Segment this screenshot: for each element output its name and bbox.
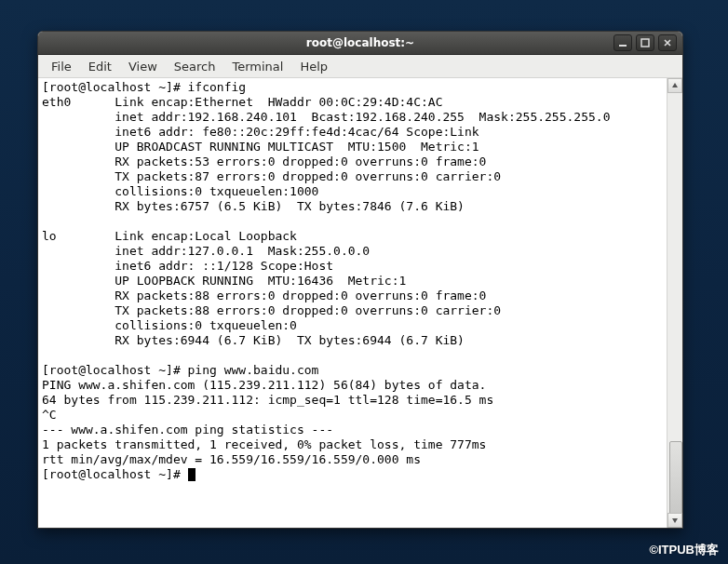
- menubar: File Edit View Search Terminal Help: [38, 55, 682, 78]
- scroll-down-button[interactable]: [667, 513, 682, 528]
- watermark: ©ITPUB博客: [649, 542, 719, 558]
- menu-edit[interactable]: Edit: [81, 58, 119, 75]
- cursor: [188, 468, 195, 481]
- window-controls: [613, 34, 682, 51]
- maximize-button[interactable]: [636, 34, 654, 51]
- svg-rect-0: [619, 45, 627, 47]
- svg-rect-1: [641, 39, 649, 47]
- menu-terminal[interactable]: Terminal: [224, 58, 290, 75]
- close-button[interactable]: [658, 34, 677, 51]
- minimize-button[interactable]: [613, 34, 632, 51]
- menu-view[interactable]: View: [121, 58, 165, 75]
- scrollbar[interactable]: [667, 78, 682, 528]
- terminal-output[interactable]: [root@localhost ~]# ifconfig eth0 Link e…: [38, 78, 667, 528]
- terminal-area: [root@localhost ~]# ifconfig eth0 Link e…: [38, 78, 682, 528]
- menu-help[interactable]: Help: [292, 58, 335, 75]
- menu-file[interactable]: File: [44, 58, 79, 75]
- window-title: root@localhost:~: [38, 36, 682, 49]
- scroll-up-button[interactable]: [667, 78, 682, 93]
- titlebar[interactable]: root@localhost:~: [38, 32, 682, 55]
- menu-search[interactable]: Search: [167, 58, 223, 75]
- terminal-window: root@localhost:~ File Edit View Search T…: [37, 31, 683, 529]
- scroll-thumb[interactable]: [669, 441, 682, 516]
